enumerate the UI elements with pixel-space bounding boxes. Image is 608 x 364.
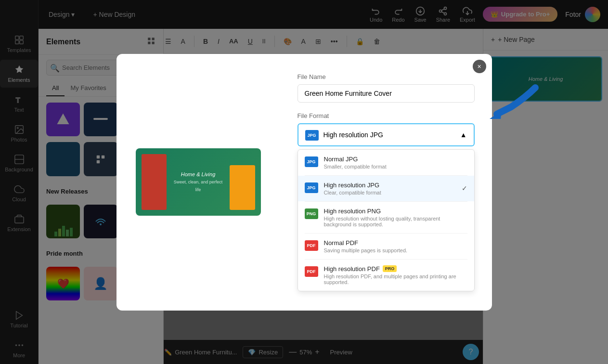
- format-option-normal-jpg[interactable]: JPG Normal JPG Smaller, compatible forma…: [298, 150, 474, 175]
- format-option-text: Normal JPG Smaller, compatible format: [324, 156, 467, 169]
- selected-format-text: High resolution JPG: [323, 131, 384, 139]
- file-name-input[interactable]: [298, 84, 475, 103]
- close-button[interactable]: ×: [473, 60, 486, 73]
- export-modal: × Home & LivingSweet, clean, and perfect…: [116, 54, 492, 311]
- format-desc: High resolution PDF, and multiple pages …: [324, 273, 467, 285]
- png-icon: PNG: [305, 208, 318, 219]
- modal-overlay: × Home & LivingSweet, clean, and perfect…: [0, 0, 608, 364]
- selected-format-icon: JPG: [305, 130, 319, 141]
- file-format-label: File Format: [298, 112, 475, 119]
- format-title: High resolution PDF PRO: [324, 265, 467, 273]
- selected-format-inner: JPG High resolution JPG: [305, 129, 384, 141]
- format-desc: Clear, compatible format: [324, 190, 456, 195]
- format-option-text: High resolution PDF PRO High resolution …: [324, 265, 467, 285]
- jpg-icon: JPG: [305, 156, 318, 167]
- format-dropdown: JPG Normal JPG Smaller, compatible forma…: [298, 149, 475, 291]
- pdf-icon: PDF: [305, 266, 318, 277]
- format-select-button[interactable]: JPG High resolution JPG ▲: [298, 123, 475, 146]
- file-name-label: File Name: [298, 73, 475, 80]
- pdf-icon: PDF: [305, 240, 318, 251]
- format-option-text: High resolution JPG Clear, compatible fo…: [324, 182, 456, 195]
- format-option-normal-pdf[interactable]: PDF Normal PDF Saving multiple pages is …: [298, 234, 474, 259]
- format-option-high-jpg[interactable]: JPG High resolution JPG Clear, compatibl…: [298, 176, 474, 201]
- modal-arrow-annotation: [482, 83, 540, 131]
- format-option-text: Normal PDF Saving multiple pages is supp…: [324, 239, 467, 253]
- format-title: High resolution JPG: [324, 182, 456, 189]
- chevron-up-icon: ▲: [460, 131, 467, 139]
- format-title: Normal JPG: [324, 156, 467, 163]
- close-icon: ×: [477, 63, 481, 70]
- format-desc: High resolution without losting quality,…: [324, 216, 467, 227]
- format-option-high-pdf[interactable]: PDF High resolution PDF PRO High resolut…: [298, 260, 474, 291]
- format-title: High resolution PNG: [324, 208, 467, 215]
- pro-badge: PRO: [383, 265, 397, 272]
- format-desc: Saving multiple pages is supported.: [324, 247, 467, 253]
- check-icon: ✓: [462, 184, 467, 192]
- format-option-text: High resolution PNG High resolution with…: [324, 208, 467, 227]
- modal-preview-section: Home & LivingSweet, clean, and perfect l…: [116, 54, 280, 311]
- format-desc: Smaller, compatible format: [324, 164, 467, 169]
- modal-canvas-preview: Home & LivingSweet, clean, and perfect l…: [136, 148, 261, 216]
- format-option-high-png[interactable]: PNG High resolution PNG High resolution …: [298, 202, 474, 233]
- jpg-icon: JPG: [305, 182, 318, 193]
- modal-content: File Name File Format JPG High resolutio…: [280, 54, 492, 311]
- format-title: Normal PDF: [324, 239, 467, 247]
